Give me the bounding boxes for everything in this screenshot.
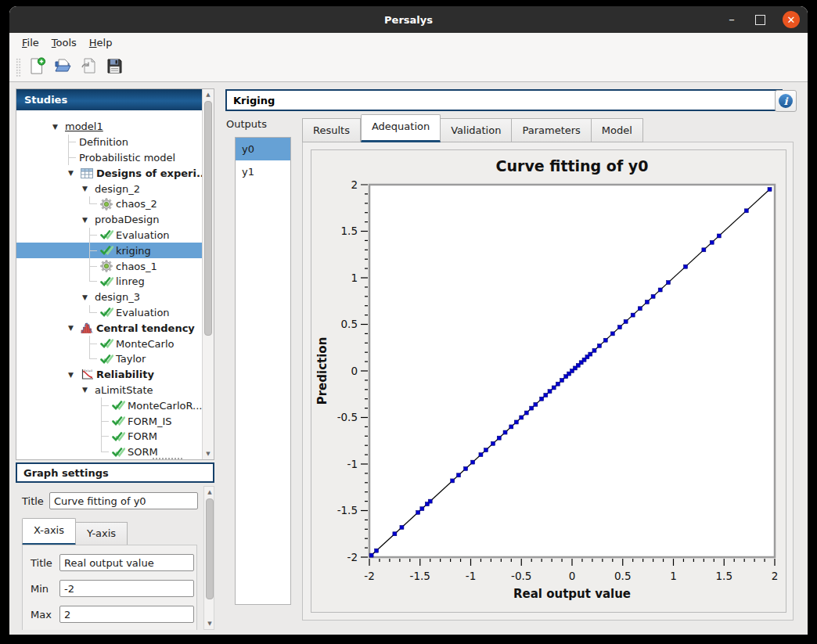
tree-item-label: FORM xyxy=(128,430,157,442)
tree-item-chaos-2[interactable]: chaos_2 xyxy=(16,196,202,212)
tree-item-probabilistic-model[interactable]: Probabilistic model xyxy=(16,150,202,166)
tree-branch-line xyxy=(89,336,100,351)
expand-arrow-icon[interactable]: ▼ xyxy=(68,169,81,177)
output-item-y1[interactable]: y1 xyxy=(236,160,290,183)
import-python-script-button[interactable] xyxy=(77,56,99,78)
close-button[interactable]: ✕ xyxy=(783,11,800,28)
axis-min-label: Min xyxy=(31,583,59,595)
tab-results[interactable]: Results xyxy=(302,118,361,142)
expand-arrow-icon[interactable]: ▼ xyxy=(68,324,81,332)
menu-file[interactable]: File xyxy=(16,33,45,52)
check-icon xyxy=(112,447,128,458)
menu-tools[interactable]: Tools xyxy=(45,33,83,52)
tree-item-design-2[interactable]: ▼design_2 xyxy=(16,181,202,196)
scroll-down-icon[interactable]: ▼ xyxy=(204,618,214,629)
tree-item-montecarlo[interactable]: MonteCarlo xyxy=(16,336,202,351)
tree-item-probadesign[interactable]: ▼probaDesign xyxy=(16,212,202,228)
expand-arrow-icon[interactable]: ▼ xyxy=(82,293,95,301)
tree-item-montecarlor[interactable]: MonteCarloR... xyxy=(16,398,202,413)
gear-icon xyxy=(100,198,116,210)
tree-item-label: chaos_2 xyxy=(116,198,157,210)
axis-title-input[interactable] xyxy=(59,554,194,571)
open-study-button[interactable] xyxy=(52,56,74,78)
expand-arrow-icon[interactable]: ▼ xyxy=(82,216,95,224)
tree-branch-line xyxy=(68,150,79,166)
toolbar-drag-handle[interactable] xyxy=(16,58,21,77)
tab-adequation[interactable]: Adequation xyxy=(361,114,441,142)
panel-splitter-handle[interactable] xyxy=(152,457,183,460)
tree-item-form[interactable]: FORM xyxy=(16,429,202,444)
svg-text:1: 1 xyxy=(351,272,358,284)
minimize-button[interactable]: – xyxy=(725,16,738,23)
outputs-label: Outputs xyxy=(226,118,267,130)
tree-item-label: design_2 xyxy=(95,183,140,195)
tree-branch-line xyxy=(89,351,100,367)
tree-item-alimitstate[interactable]: ▼aLimitState xyxy=(16,383,202,398)
svg-text:1: 1 xyxy=(670,570,677,582)
main-content: Studies ▼model1DefinitionProbabilistic m… xyxy=(9,82,808,635)
graph-settings-scrollbar[interactable]: ▲ ▼ xyxy=(203,486,214,630)
studies-panel-header: Studies xyxy=(16,89,202,110)
tree-item-evaluation[interactable]: Evaluation xyxy=(16,305,202,321)
studies-tree: ▼model1DefinitionProbabilistic model▼Des… xyxy=(16,110,202,459)
tree-item-label: Central tendency xyxy=(96,322,195,334)
tab-model[interactable]: Model xyxy=(592,118,643,142)
new-study-icon xyxy=(28,57,46,77)
check-icon xyxy=(100,307,116,318)
tree-item-label: MonteCarlo xyxy=(116,338,174,350)
toolbar xyxy=(9,52,808,82)
tree-branch-line xyxy=(101,398,112,413)
tree-item-label: Evaluation xyxy=(116,229,170,241)
scroll-up-icon[interactable]: ▲ xyxy=(203,89,214,100)
app-window: Persalys – ✕ FileToolsHelp Studies ▼mode… xyxy=(9,6,808,635)
axis-max-input[interactable] xyxy=(59,606,194,623)
expand-arrow-icon[interactable]: ▼ xyxy=(68,371,81,379)
rel-icon: f(x)=0 xyxy=(81,369,96,380)
tab-validation[interactable]: Validation xyxy=(441,118,512,142)
info-button[interactable]: i xyxy=(775,90,797,112)
tree-item-linreg[interactable]: linreg xyxy=(16,274,202,290)
tree-item-central-tendency[interactable]: ▼Central tendency xyxy=(16,320,202,336)
chart-frame: Curve fitting of y0-2-2-1.5-1.5-1-1-0.5-… xyxy=(311,149,786,613)
tree-item-label: model1 xyxy=(65,121,103,132)
axis-max-label: Max xyxy=(31,609,59,621)
scrollbar-thumb[interactable] xyxy=(206,498,214,599)
scroll-up-icon[interactable]: ▲ xyxy=(204,487,214,498)
menu-help[interactable]: Help xyxy=(83,33,119,52)
axis-min-input[interactable] xyxy=(59,580,194,597)
graph-title-input[interactable] xyxy=(49,492,198,509)
tree-item-chaos-1[interactable]: chaos_1 xyxy=(16,258,202,274)
studies-tree-scrollbar[interactable]: ▲ ▼ xyxy=(202,89,214,459)
title-bar[interactable]: Persalys – ✕ xyxy=(9,6,808,33)
tree-item-design-3[interactable]: ▼design_3 xyxy=(16,290,202,305)
scroll-down-icon[interactable]: ▼ xyxy=(203,448,214,459)
tab-y-axis[interactable]: Y-axis xyxy=(76,522,128,545)
tree-item-reliability[interactable]: ▼f(x)=0Reliability xyxy=(16,367,202,383)
gear-icon xyxy=(100,260,116,272)
tree-item-evaluation[interactable]: Evaluation xyxy=(16,228,202,243)
menu-bar: FileToolsHelp xyxy=(9,33,808,52)
tree-item-label: kriging xyxy=(116,245,151,257)
tree-item-form-is[interactable]: FORM_IS xyxy=(16,413,202,429)
tree-item-definition[interactable]: Definition xyxy=(16,135,202,150)
expand-arrow-icon[interactable]: ▼ xyxy=(52,123,65,131)
check-icon xyxy=(100,354,116,365)
expand-arrow-icon[interactable]: ▼ xyxy=(82,185,95,192)
table-icon xyxy=(81,168,96,178)
tree-item-taylor[interactable]: Taylor xyxy=(16,351,202,367)
tree-item-designs-of-experi[interactable]: ▼Designs of experi... xyxy=(16,165,202,181)
tab-x-axis[interactable]: X-axis xyxy=(22,518,76,545)
save-button[interactable] xyxy=(103,56,125,78)
output-item-y0[interactable]: y0 xyxy=(236,138,290,160)
tree-item-kriging[interactable]: kriging xyxy=(16,243,202,258)
scrollbar-thumb[interactable] xyxy=(204,101,212,336)
expand-arrow-icon[interactable]: ▼ xyxy=(82,386,95,394)
analysis-name-field[interactable] xyxy=(225,89,783,111)
new-study-button[interactable] xyxy=(26,56,48,78)
tree-branch-line xyxy=(89,228,100,243)
tree-item-label: Reliability xyxy=(96,369,154,380)
maximize-button[interactable] xyxy=(755,15,765,25)
tree-item-model1[interactable]: ▼model1 xyxy=(16,119,202,135)
tab-parameters[interactable]: Parameters xyxy=(512,118,591,142)
svg-text:Curve fitting of y0: Curve fitting of y0 xyxy=(496,157,649,174)
